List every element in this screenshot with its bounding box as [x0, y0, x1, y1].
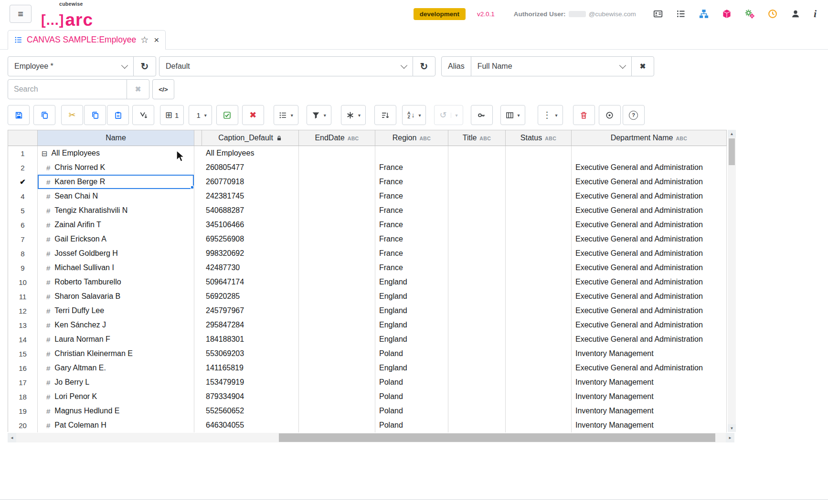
enddate-cell[interactable]	[299, 332, 375, 346]
region-cell[interactable]: England	[375, 318, 448, 332]
drill-button[interactable]	[599, 105, 621, 125]
caption-cell[interactable]: 998320692	[202, 246, 299, 261]
hamburger-menu-button[interactable]: ≡	[10, 5, 32, 23]
row-number-cell[interactable]: 11	[8, 289, 38, 304]
status-cell[interactable]	[506, 418, 572, 432]
vertical-scroll-thumb[interactable]	[729, 138, 735, 165]
element-name-cell[interactable]: #Sharon Salavaria B	[38, 289, 194, 304]
enddate-cell[interactable]	[299, 389, 375, 404]
element-name-cell[interactable]: #Pat Coleman H	[38, 418, 194, 432]
row-number-cell[interactable]: 2	[8, 160, 38, 175]
sort-alpha-button[interactable]: AZ↓▾	[402, 105, 426, 125]
region-cell[interactable]: Poland	[375, 375, 448, 389]
enddate-cell[interactable]	[299, 246, 375, 261]
user-icon[interactable]	[791, 9, 800, 19]
department-cell[interactable]: Executive General and Administration	[572, 203, 727, 218]
region-cell[interactable]: France	[375, 189, 448, 203]
caption-cell[interactable]: All Employees	[202, 146, 299, 160]
column-header-title[interactable]: TitleABC	[448, 130, 506, 146]
subset-select[interactable]: Default	[159, 56, 413, 76]
column-header-department[interactable]: Department NameABC	[572, 130, 727, 146]
department-cell[interactable]: Executive General and Administration	[572, 246, 727, 261]
collapse-icon[interactable]: ⊟	[42, 150, 48, 157]
expand-level-button[interactable]: ⊞1	[160, 105, 184, 125]
row-number-cell[interactable]: 13	[8, 318, 38, 332]
favorite-star-icon[interactable]: ☆	[140, 35, 149, 44]
title-cell[interactable]	[448, 375, 506, 389]
caption-cell[interactable]: 345106466	[202, 218, 299, 232]
department-cell[interactable]: Executive General and Administration	[572, 261, 727, 275]
caption-cell[interactable]: 260770918	[202, 175, 299, 189]
caption-cell[interactable]: 153479919	[202, 375, 299, 389]
check-elements-button[interactable]	[216, 105, 238, 125]
row-number-cell[interactable]: 5	[8, 203, 38, 218]
department-cell[interactable]: Executive General and Administration	[572, 361, 727, 375]
status-cell[interactable]	[506, 175, 572, 189]
caption-cell[interactable]: 245797967	[202, 304, 299, 318]
title-cell[interactable]	[448, 160, 506, 175]
status-cell[interactable]	[506, 318, 572, 332]
department-cell[interactable]: Inventory Management	[572, 375, 727, 389]
element-name-cell[interactable]: #Jo Berry L	[38, 375, 194, 389]
enddate-cell[interactable]	[299, 232, 375, 246]
department-cell[interactable]: Executive General and Administration	[572, 332, 727, 346]
title-cell[interactable]	[448, 246, 506, 261]
horizontal-scroll-thumb[interactable]	[279, 433, 715, 442]
row-number-cell[interactable]: 8	[8, 246, 38, 261]
caption-cell[interactable]: 56920285	[202, 289, 299, 304]
fill-handle[interactable]	[191, 186, 194, 189]
status-cell[interactable]	[506, 189, 572, 203]
column-header-enddate[interactable]: EndDateABC	[299, 130, 375, 146]
status-cell[interactable]	[506, 404, 572, 418]
dimension-select[interactable]: Employee *	[8, 56, 134, 76]
enddate-cell[interactable]	[299, 175, 375, 189]
region-cell[interactable]	[375, 146, 448, 160]
title-cell[interactable]	[448, 218, 506, 232]
enddate-cell[interactable]	[299, 418, 375, 432]
security-button[interactable]	[471, 105, 493, 125]
region-cell[interactable]: Poland	[375, 404, 448, 418]
caption-cell[interactable]: 509647174	[202, 275, 299, 289]
caption-cell[interactable]: 42487730	[202, 261, 299, 275]
title-cell[interactable]	[448, 389, 506, 404]
status-cell[interactable]	[506, 346, 572, 361]
title-cell[interactable]	[448, 404, 506, 418]
department-cell[interactable]: Executive General and Administration	[572, 289, 727, 304]
region-cell[interactable]: France	[375, 232, 448, 246]
enddate-cell[interactable]	[299, 346, 375, 361]
department-cell[interactable]: Executive General and Administration	[572, 175, 727, 189]
status-cell[interactable]	[506, 275, 572, 289]
row-number-cell[interactable]: 19	[8, 404, 38, 418]
caption-cell[interactable]: 540688287	[202, 203, 299, 218]
scroll-left-arrow[interactable]: ◄	[8, 433, 16, 442]
enddate-cell[interactable]	[299, 318, 375, 332]
title-cell[interactable]	[448, 203, 506, 218]
title-cell[interactable]	[448, 361, 506, 375]
row-number-cell[interactable]: 9	[8, 261, 38, 275]
row-number-cell[interactable]: 12	[8, 304, 38, 318]
gears-icon[interactable]	[745, 9, 754, 19]
enddate-cell[interactable]	[299, 304, 375, 318]
status-cell[interactable]	[506, 361, 572, 375]
department-cell[interactable]	[572, 146, 727, 160]
caption-cell[interactable]: 184188301	[202, 332, 299, 346]
element-name-cell[interactable]: #Lori Penor K	[38, 389, 194, 404]
department-cell[interactable]: Inventory Management	[572, 404, 727, 418]
undo-button[interactable]: ↺▾	[434, 105, 463, 125]
region-cell[interactable]: England	[375, 275, 448, 289]
enddate-cell[interactable]	[299, 160, 375, 175]
status-cell[interactable]	[506, 160, 572, 175]
copy-subset-button[interactable]	[33, 105, 55, 125]
id-card-icon[interactable]	[653, 9, 663, 19]
title-cell[interactable]	[448, 318, 506, 332]
element-name-cell[interactable]: #Magnus Hedlund E	[38, 404, 194, 418]
level-select-button[interactable]: 1▾	[189, 105, 212, 125]
region-cell[interactable]: England	[375, 361, 448, 375]
columns-button[interactable]: ▾	[500, 105, 525, 125]
display-options-button[interactable]: ▾	[274, 105, 298, 125]
status-cell[interactable]	[506, 332, 572, 346]
cut-button[interactable]: ✂	[61, 105, 83, 125]
enddate-cell[interactable]	[299, 203, 375, 218]
clear-search-button[interactable]: ✖	[127, 79, 149, 99]
caption-cell[interactable]: 295847284	[202, 318, 299, 332]
